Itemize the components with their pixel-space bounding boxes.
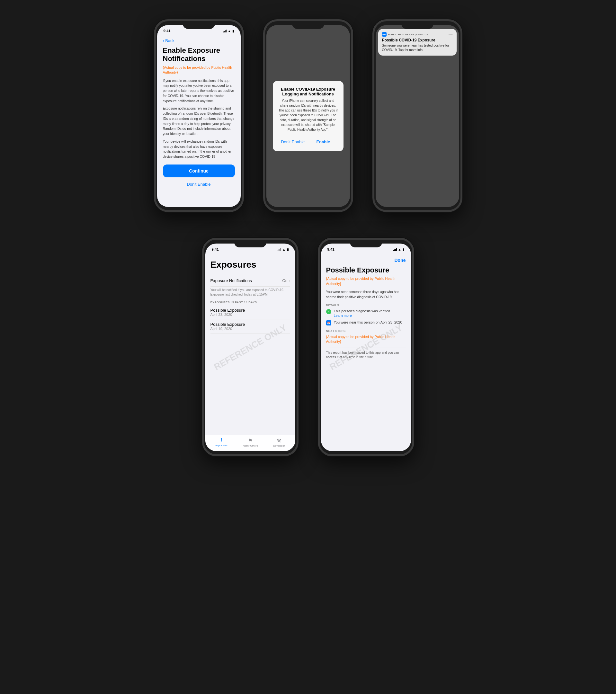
notif-title: Possible COVID-19 Exposure bbox=[382, 38, 453, 42]
continue-button[interactable]: Continue bbox=[163, 165, 235, 177]
exposure-2-title: Possible Exposure bbox=[211, 322, 290, 327]
back-link[interactable]: ‹ Back bbox=[163, 38, 235, 43]
notif-app-abbr: EN bbox=[382, 33, 386, 36]
developer-tab-icon: ⚒ bbox=[277, 438, 281, 444]
notch-3 bbox=[401, 21, 434, 29]
wifi-icon-5: ▲ bbox=[398, 248, 401, 251]
possible-exposure-orange: {Actual copy to be provided by Public He… bbox=[326, 276, 406, 286]
done-link[interactable]: Done bbox=[326, 258, 406, 263]
wifi-icon-4: ▲ bbox=[283, 248, 286, 251]
body-text-1: If you enable exposure notifications, th… bbox=[163, 78, 235, 104]
exposure-2-date: April 19, 2020 bbox=[211, 327, 290, 331]
battery-icon-5: ▮ bbox=[403, 248, 404, 251]
calendar-icon: 📅 bbox=[326, 320, 331, 326]
phone-3-screen: EN PUBLIC HEALTH APP | COVID-19 now Poss… bbox=[376, 25, 459, 207]
notify-others-tab-icon: ⚑ bbox=[248, 438, 253, 444]
notif-time: now bbox=[448, 33, 453, 36]
phone-1-screen: 9:41 ▲ ▮ ‹ Back Enable Exposure Notifica… bbox=[157, 25, 241, 207]
back-label: Back bbox=[165, 38, 175, 43]
phone-5-screen: 9:41 ▲ ▮ REFERENCE ONLY Done Possible Ex… bbox=[321, 243, 411, 451]
exposure-notifications-value-group: On › bbox=[282, 278, 290, 283]
detail-2-text: You were near this person on April 23, 2… bbox=[334, 320, 402, 325]
dont-enable-link[interactable]: Don't Enable bbox=[163, 180, 235, 188]
tab-developer-label: Developer bbox=[273, 444, 285, 447]
status-time-1: 9:41 bbox=[164, 29, 170, 33]
possible-exposure-body: You were near someone three days ago who… bbox=[326, 290, 406, 300]
status-icons-1: ▲ ▮ bbox=[223, 29, 234, 33]
check-icon-1: ✓ bbox=[326, 309, 331, 314]
exposures-content: Exposures Exposure Notifications On › Yo… bbox=[205, 254, 295, 435]
battery-icon-4: ▮ bbox=[287, 248, 289, 251]
battery-icon-1: ▮ bbox=[232, 29, 234, 33]
signal-icon-5 bbox=[393, 248, 397, 251]
notch-4 bbox=[234, 240, 266, 248]
tab-developer[interactable]: ⚒ Developer bbox=[273, 438, 285, 447]
detail-row-1: ✓ This person's diagnosis was verified L… bbox=[326, 309, 406, 317]
chevron-right-icon: › bbox=[289, 278, 290, 283]
tab-exposures-label: Exposures bbox=[215, 444, 228, 447]
exposures-section-header: EXPOSURES IN PAST 14 DAYS bbox=[211, 301, 290, 304]
phone-2-modal: Enable COVID-19 Exposure Logging and Not… bbox=[263, 19, 353, 212]
notif-app-info: EN PUBLIC HEALTH APP | COVID-19 bbox=[382, 32, 428, 37]
status-time-4: 9:41 bbox=[212, 248, 219, 251]
body-text-3: Your device will exchange random IDs wit… bbox=[163, 139, 235, 159]
details-label: DETAILS bbox=[326, 304, 406, 307]
phone-5-possible-exposure: 9:41 ▲ ▮ REFERENCE ONLY Done Possible Ex… bbox=[318, 238, 414, 456]
modal-body: Your iPhone can securely collect and sha… bbox=[278, 98, 338, 132]
phone-2-screen: Enable COVID-19 Exposure Logging and Not… bbox=[266, 25, 350, 207]
next-steps-label: NEXT STEPS bbox=[326, 329, 406, 332]
exposure-notifications-label: Exposure Notifications bbox=[211, 278, 252, 283]
orange-text-1: {Actual copy to be provided by Public He… bbox=[163, 65, 235, 75]
notif-app-icon: EN bbox=[382, 32, 386, 37]
status-icons-5: ▲ ▮ bbox=[393, 248, 404, 251]
status-time-5: 9:41 bbox=[327, 248, 334, 251]
phone-1-content: ‹ Back Enable Exposure Notifications {Ac… bbox=[157, 35, 241, 207]
exposure-item-2[interactable]: Possible Exposure April 19, 2020 bbox=[211, 319, 290, 333]
exposures-title: Exposures bbox=[211, 260, 290, 270]
detail-text-1: This person's diagnosis was verified Lea… bbox=[334, 309, 391, 317]
phone-4-exposures: 9:41 ▲ ▮ REFERENCE ONLY Exposures Exposu… bbox=[202, 238, 298, 456]
exposure-item-1[interactable]: Possible Exposure April 23, 2020 bbox=[211, 305, 290, 319]
phone-3-notification: EN PUBLIC HEALTH APP | COVID-19 now Poss… bbox=[373, 19, 463, 212]
possible-exposure-title: Possible Exposure bbox=[326, 266, 406, 274]
detail-row-2: 📅 You were near this person on April 23,… bbox=[326, 320, 406, 326]
exposures-tab-icon: ! bbox=[221, 438, 222, 443]
notif-body: Someone you were near has tested positiv… bbox=[382, 43, 453, 52]
screen-title-1: Enable Exposure Notifications bbox=[163, 46, 235, 63]
notch-1 bbox=[183, 21, 215, 29]
tab-exposures[interactable]: ! Exposures bbox=[215, 438, 228, 447]
phone-4-screen: 9:41 ▲ ▮ REFERENCE ONLY Exposures Exposu… bbox=[205, 243, 295, 451]
exposure-notifications-value: On bbox=[282, 278, 287, 283]
body-text-2: Exposure notifications rely on the shari… bbox=[163, 106, 235, 136]
wifi-icon-1: ▲ bbox=[228, 29, 231, 33]
back-chevron-icon: ‹ bbox=[163, 38, 164, 43]
phone-1-enable-notifications: 9:41 ▲ ▮ ‹ Back Enable Exposure Notifica… bbox=[154, 19, 244, 212]
modal-box: Enable COVID-19 Exposure Logging and Not… bbox=[273, 81, 344, 151]
notif-header: EN PUBLIC HEALTH APP | COVID-19 now bbox=[382, 32, 453, 37]
exposure-1-title: Possible Exposure bbox=[211, 308, 290, 313]
learn-more-link[interactable]: Learn more bbox=[334, 314, 391, 317]
notif-app-name: PUBLIC HEALTH APP | COVID-19 bbox=[388, 33, 428, 36]
modal-buttons: Don't Enable Enable bbox=[278, 136, 338, 147]
signal-icon-1 bbox=[223, 29, 227, 33]
section-note: You will be notified if you are exposed … bbox=[211, 288, 290, 297]
signal-icon-4 bbox=[278, 248, 281, 251]
tab-notify-others-label: Notify Others bbox=[243, 444, 258, 447]
next-steps-orange: {Actual copy to be provided by Public He… bbox=[326, 334, 406, 344]
detail-1-text: This person's diagnosis was verified bbox=[334, 309, 391, 314]
tab-notify-others[interactable]: ⚑ Notify Others bbox=[243, 438, 258, 447]
tab-bar: ! Exposures ⚑ Notify Others ⚒ Developer bbox=[205, 435, 295, 451]
notch-5 bbox=[350, 240, 382, 248]
status-icons-4: ▲ ▮ bbox=[278, 248, 289, 251]
dont-enable-button[interactable]: Don't Enable bbox=[278, 136, 308, 147]
modal-overlay: Enable COVID-19 Exposure Logging and Not… bbox=[266, 25, 350, 207]
exposure-1-date: April 23, 2020 bbox=[211, 313, 290, 316]
possible-exposure-content: Done Possible Exposure {Actual copy to b… bbox=[321, 254, 411, 451]
enable-button[interactable]: Enable bbox=[308, 136, 338, 147]
row-1: 9:41 ▲ ▮ ‹ Back Enable Exposure Notifica… bbox=[154, 19, 463, 212]
row-2: 9:41 ▲ ▮ REFERENCE ONLY Exposures Exposu… bbox=[202, 238, 414, 456]
exposure-notifications-row[interactable]: Exposure Notifications On › bbox=[211, 275, 290, 287]
modal-title: Enable COVID-19 Exposure Logging and Not… bbox=[278, 87, 338, 96]
footer-note: This report has been saved to this app a… bbox=[326, 348, 406, 360]
notification-card[interactable]: EN PUBLIC HEALTH APP | COVID-19 now Poss… bbox=[378, 29, 457, 56]
